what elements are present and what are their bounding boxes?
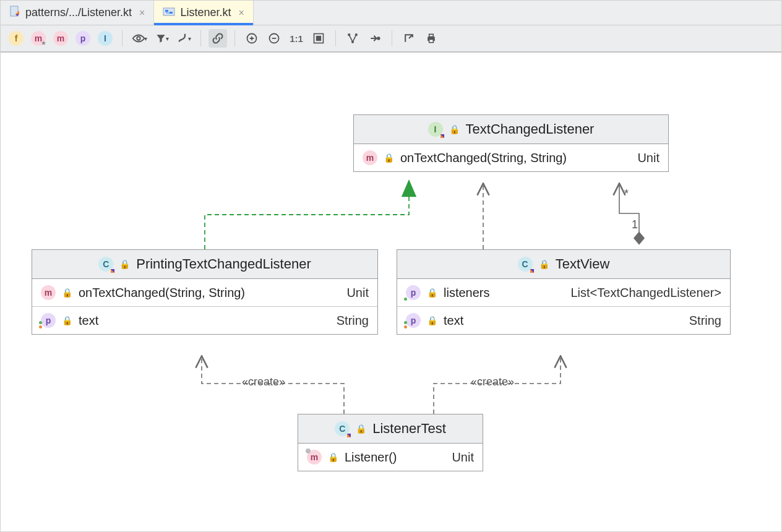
tab-label: Listener.kt bbox=[180, 6, 231, 19]
separator bbox=[200, 30, 201, 46]
create-label: «create» bbox=[242, 375, 285, 388]
lock-icon: 🔒 bbox=[384, 153, 394, 163]
lock-icon: 🔒 bbox=[427, 288, 437, 298]
class-icon: C bbox=[98, 257, 113, 272]
member-type: String bbox=[689, 314, 721, 328]
star-icon: ★ bbox=[41, 40, 46, 46]
member-name: Listener() bbox=[345, 450, 397, 465]
svg-rect-5 bbox=[170, 12, 173, 14]
class-name: ListenerTest bbox=[372, 421, 446, 437]
filter-p-button[interactable]: p bbox=[74, 29, 92, 48]
lock-icon: 🔒 bbox=[356, 424, 366, 434]
member-type: Unit bbox=[637, 151, 660, 165]
tab-diagram-listener[interactable]: Listener.kt × bbox=[154, 1, 253, 25]
visibility-button[interactable]: ▾ bbox=[130, 29, 148, 48]
member-name: text bbox=[444, 314, 463, 328]
svg-rect-17 bbox=[429, 40, 434, 43]
lock-icon: 🔒 bbox=[62, 288, 72, 298]
member-row[interactable]: m 🔒 Listener() Unit bbox=[298, 444, 483, 471]
apply-layout-button[interactable] bbox=[366, 29, 384, 48]
filter-dropdown-button[interactable]: ▾ bbox=[152, 29, 171, 48]
lock-icon: 🔒 bbox=[119, 259, 130, 269]
tab-label: patterns/.../Listener.kt bbox=[25, 6, 132, 19]
property-icon: p bbox=[41, 313, 56, 328]
zoom-out-button[interactable] bbox=[265, 29, 283, 48]
close-icon[interactable]: × bbox=[238, 7, 244, 19]
class-listener-test[interactable]: C 🔒 ListenerTest m 🔒 Listener() Unit bbox=[298, 414, 483, 471]
class-name: PrintingTextChangedListener bbox=[136, 256, 311, 272]
member-row[interactable]: p 🔒 listeners List<TextChangedListener> bbox=[397, 279, 730, 307]
diagram-file-icon bbox=[163, 6, 175, 20]
property-icon: p bbox=[406, 285, 421, 300]
svg-rect-10 bbox=[317, 36, 321, 41]
method-icon: m bbox=[363, 150, 377, 165]
separator bbox=[234, 30, 235, 46]
member-name: onTextChanged(String, String) bbox=[400, 151, 567, 165]
route-button[interactable]: ▾ bbox=[174, 29, 193, 48]
member-name: listeners bbox=[444, 286, 489, 300]
tab-patterns-listener[interactable]: patterns/.../Listener.kt × bbox=[1, 1, 154, 25]
layout-button[interactable] bbox=[343, 29, 362, 48]
filter-m-star-button[interactable]: m★ bbox=[29, 29, 48, 48]
lock-icon: 🔒 bbox=[449, 124, 460, 134]
class-text-changed-listener[interactable]: I 🔒 TextChangedListener m 🔒 onTextChange… bbox=[353, 114, 669, 172]
create-label: «create» bbox=[471, 375, 514, 388]
diagram-toolbar: f m★ m p I ▾ ▾ ▾ 1:1 bbox=[1, 25, 781, 53]
svg-rect-3 bbox=[163, 8, 174, 15]
class-name: TextChangedListener bbox=[466, 121, 595, 137]
class-printing-text-changed-listener[interactable]: C 🔒 PrintingTextChangedListener m 🔒 onTe… bbox=[32, 249, 378, 335]
class-text-view[interactable]: C 🔒 TextView p 🔒 listeners List<TextChan… bbox=[397, 249, 731, 335]
svg-point-14 bbox=[377, 37, 379, 39]
separator bbox=[392, 30, 392, 46]
filter-m-button[interactable]: m bbox=[51, 29, 70, 48]
member-row[interactable]: p 🔒 text String bbox=[32, 307, 377, 334]
editor-tabs: patterns/.../Listener.kt × Listener.kt × bbox=[1, 1, 781, 25]
member-type: String bbox=[337, 314, 369, 328]
member-type: Unit bbox=[346, 286, 369, 300]
member-type: List<TextChangedListener> bbox=[571, 286, 722, 300]
lock-icon: 🔒 bbox=[427, 315, 437, 325]
filter-f-button[interactable]: f bbox=[7, 29, 25, 48]
class-header: C 🔒 TextView bbox=[397, 250, 730, 279]
lock-icon: 🔒 bbox=[328, 452, 338, 462]
member-row[interactable]: m 🔒 onTextChanged(String, String) Unit bbox=[32, 279, 377, 307]
close-icon[interactable]: × bbox=[139, 7, 145, 19]
multiplicity-one: 1 bbox=[632, 218, 638, 231]
member-row[interactable]: p 🔒 text String bbox=[397, 307, 730, 334]
filter-i-button[interactable]: I bbox=[96, 29, 114, 48]
svg-rect-16 bbox=[429, 34, 434, 36]
interface-icon: I bbox=[428, 122, 443, 137]
method-icon: m bbox=[307, 450, 322, 465]
print-button[interactable] bbox=[422, 29, 440, 48]
class-header: C 🔒 ListenerTest bbox=[298, 414, 483, 444]
lock-icon: 🔒 bbox=[539, 259, 549, 269]
separator bbox=[122, 30, 122, 46]
method-icon: m bbox=[41, 285, 56, 300]
class-header: C 🔒 PrintingTextChangedListener bbox=[32, 250, 377, 279]
link-button[interactable] bbox=[208, 29, 227, 48]
export-button[interactable] bbox=[400, 29, 418, 48]
class-icon: C bbox=[518, 257, 533, 272]
class-icon: C bbox=[335, 421, 350, 436]
actual-size-button[interactable]: 1:1 bbox=[287, 29, 306, 48]
member-type: Unit bbox=[452, 450, 474, 465]
class-header: I 🔒 TextChangedListener bbox=[354, 115, 668, 144]
svg-point-6 bbox=[137, 36, 140, 40]
member-name: text bbox=[79, 314, 98, 328]
class-name: TextView bbox=[556, 256, 610, 272]
separator bbox=[335, 30, 336, 46]
property-icon: p bbox=[406, 313, 421, 328]
kotlin-file-icon bbox=[9, 6, 20, 20]
multiplicity-many: * bbox=[624, 187, 629, 200]
lock-icon: 🔒 bbox=[62, 315, 72, 325]
member-name: onTextChanged(String, String) bbox=[79, 286, 245, 300]
zoom-in-button[interactable] bbox=[243, 29, 261, 48]
fit-content-button[interactable] bbox=[309, 29, 328, 48]
diagram-canvas[interactable]: I 🔒 TextChangedListener m 🔒 onTextChange… bbox=[1, 53, 781, 531]
member-row[interactable]: m 🔒 onTextChanged(String, String) Unit bbox=[354, 144, 668, 171]
svg-rect-4 bbox=[165, 10, 168, 12]
